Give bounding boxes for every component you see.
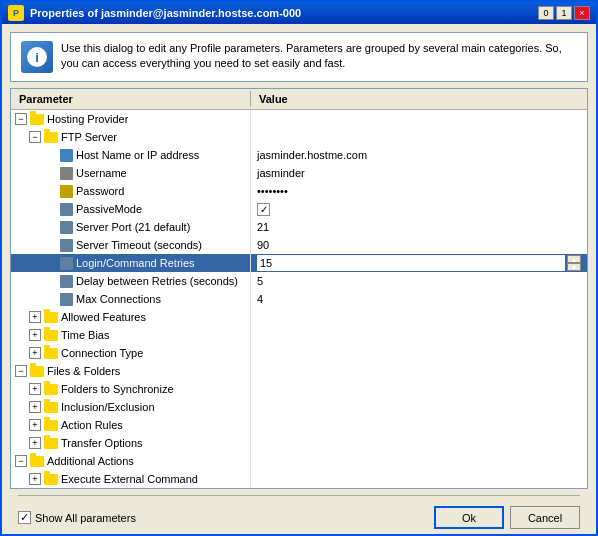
tree-row[interactable]: −Hosting Provider [11,110,587,128]
cancel-button[interactable]: Cancel [510,506,580,529]
tree-row[interactable]: +Inclusion/Exclusion [11,398,587,416]
param-icon [59,184,73,198]
param-label: Execute External Command [61,473,198,485]
main-window: P Properties of jasminder@jasminder.host… [0,0,598,536]
tree-row[interactable]: +Time Bias [11,326,587,344]
param-label: Server Port (21 default) [76,221,190,233]
tree-row[interactable]: +Transfer Options [11,434,587,452]
expand-icon[interactable]: + [29,437,41,449]
param-value [251,128,587,146]
content-area: i Use this dialog to edit any Profile pa… [2,24,596,536]
param-icon [59,148,73,162]
folder-icon [44,474,58,485]
param-value: 4 [251,290,587,308]
spinner-down-button[interactable]: ▼ [567,263,581,271]
param-value [251,326,587,344]
tree-row[interactable]: PassiveMode✓ [11,200,587,218]
param-icon [59,166,73,180]
param-icon [59,256,73,270]
expand-icon[interactable]: + [29,347,41,359]
param-label: Connection Type [61,347,143,359]
description-icon: i [21,41,53,73]
param-label: Max Connections [76,293,161,305]
param-label: Folders to Synchronize [61,383,174,395]
param-label: FTP Server [61,131,117,143]
param-label: Password [76,185,124,197]
param-value [251,380,587,398]
folder-icon [44,438,58,449]
tree-row[interactable]: Login/Command Retries▲▼ [11,254,587,272]
param-value: ✓ [251,200,587,218]
tree-row[interactable]: +Allowed Features [11,308,587,326]
param-value [251,308,587,326]
tree-body: −Hosting Provider−FTP ServerHost Name or… [11,110,587,488]
description-text: Use this dialog to edit any Profile para… [61,41,577,72]
spinner-buttons: ▲▼ [567,255,581,271]
maximize-button[interactable]: 1 [556,6,572,20]
param-value [251,110,587,128]
param-value: 90 [251,236,587,254]
expand-icon[interactable]: + [29,383,41,395]
param-label: PassiveMode [76,203,142,215]
tree-row[interactable]: −FTP Server [11,128,587,146]
collapse-icon[interactable]: − [29,131,41,143]
ok-button[interactable]: Ok [434,506,504,529]
expand-icon[interactable]: + [29,419,41,431]
expand-icon[interactable]: + [29,401,41,413]
param-value: jasminder [251,164,587,182]
param-value [251,470,587,488]
param-label: Login/Command Retries [76,257,195,269]
tree-row[interactable]: Host Name or IP addressjasminder.hostme.… [11,146,587,164]
expand-icon[interactable]: + [29,329,41,341]
minimize-button[interactable]: 0 [538,6,554,20]
folder-icon [44,420,58,431]
collapse-icon[interactable]: − [15,455,27,467]
separator [18,495,580,496]
param-value [251,434,587,452]
param-label: Time Bias [61,329,110,341]
param-label: Allowed Features [61,311,146,323]
expand-icon[interactable]: + [29,311,41,323]
spinner-up-button[interactable]: ▲ [567,255,581,263]
tree-row[interactable]: Server Port (21 default)21 [11,218,587,236]
tree-row[interactable]: Delay between Retries (seconds)5 [11,272,587,290]
checkbox-value[interactable]: ✓ [257,203,270,216]
tree-row[interactable]: Max Connections4 [11,290,587,308]
param-icon [59,220,73,234]
title-buttons: 0 1 × [538,6,590,20]
tree-row[interactable]: Usernamejasminder [11,164,587,182]
show-all-checkbox[interactable]: ✓ [18,511,31,524]
tree-header: Parameter Value [11,89,587,110]
window-icon: P [8,5,24,21]
close-button[interactable]: × [574,6,590,20]
tree-row[interactable]: +Execute External Command [11,470,587,488]
collapse-icon[interactable]: − [15,365,27,377]
bottom-buttons: Ok Cancel [434,506,580,529]
description-box: i Use this dialog to edit any Profile pa… [10,32,588,82]
folder-icon [44,348,58,359]
tree-row[interactable]: −Additional Actions [11,452,587,470]
expand-icon[interactable]: + [29,473,41,485]
param-value [251,344,587,362]
param-value [251,398,587,416]
show-all-label: Show All parameters [35,512,136,524]
param-value: ▲▼ [251,254,587,272]
spinner-cell: ▲▼ [257,255,581,271]
folder-icon [30,456,44,467]
param-value: jasminder.hostme.com [251,146,587,164]
window-title: Properties of jasminder@jasminder.hostse… [30,7,532,19]
tree-row[interactable]: −Files & Folders [11,362,587,380]
param-value: 21 [251,218,587,236]
tree-row[interactable]: Password•••••••• [11,182,587,200]
spinner-input[interactable] [257,255,565,271]
tree-row[interactable]: +Connection Type [11,344,587,362]
param-label: Inclusion/Exclusion [61,401,155,413]
tree-row[interactable]: Server Timeout (seconds)90 [11,236,587,254]
bottom-bar: ✓ Show All parameters Ok Cancel [10,502,588,533]
param-value [251,362,587,380]
folder-icon [30,366,44,377]
tree-container[interactable]: Parameter Value −Hosting Provider−FTP Se… [10,88,588,489]
tree-row[interactable]: +Action Rules [11,416,587,434]
tree-row[interactable]: +Folders to Synchronize [11,380,587,398]
collapse-icon[interactable]: − [15,113,27,125]
